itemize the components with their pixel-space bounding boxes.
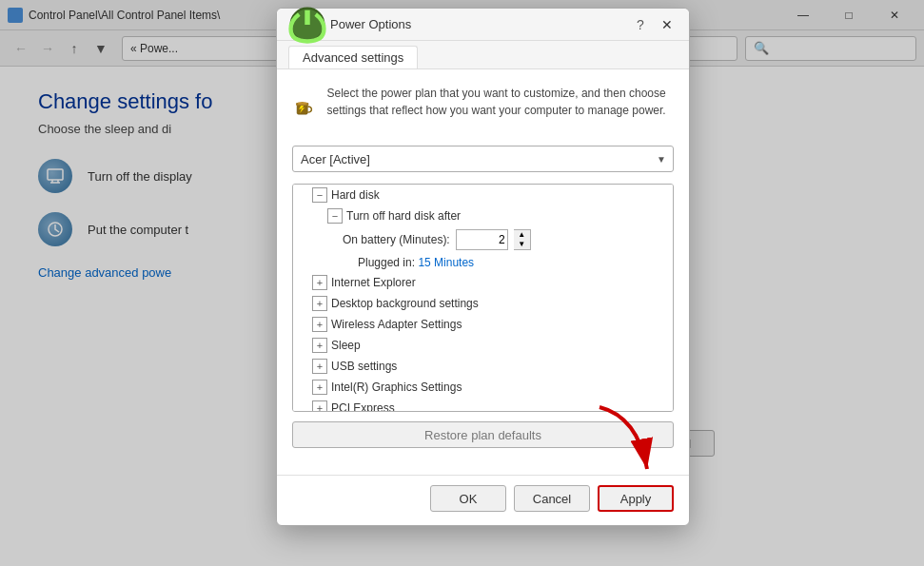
- dialog-close-button[interactable]: ✕: [653, 12, 681, 37]
- power-options-dialog: Power Options ? ✕ Advanced settings Sele…: [276, 8, 690, 526]
- toggle-turn-off-hdd[interactable]: −: [327, 208, 343, 224]
- spin-up-button[interactable]: ▲: [514, 230, 530, 240]
- spinner-buttons: ▲ ▼: [514, 229, 531, 250]
- restore-defaults-button[interactable]: Restore plan defaults: [292, 421, 674, 448]
- plan-selector[interactable]: Acer [Active]: [292, 146, 674, 172]
- toggle-desktop-bg[interactable]: +: [312, 296, 327, 311]
- toggle-pci[interactable]: +: [312, 400, 327, 412]
- plugged-label: Plugged in:: [358, 256, 418, 269]
- tree-item-battery: On battery (Minutes): ▲ ▼: [293, 226, 673, 253]
- tree-item-usb[interactable]: + USB settings: [293, 356, 673, 377]
- dialog-help-button[interactable]: ?: [628, 12, 653, 37]
- tab-advanced-settings[interactable]: Advanced settings: [288, 46, 418, 68]
- ok-button[interactable]: OK: [430, 485, 506, 512]
- plan-selector-wrap[interactable]: Acer [Active] ▼: [292, 146, 674, 172]
- spin-down-button[interactable]: ▼: [514, 240, 530, 249]
- tree-item-wireless[interactable]: + Wireless Adapter Settings: [293, 314, 673, 335]
- tree-item-hard-disk[interactable]: − Hard disk: [293, 185, 673, 205]
- tree-label-intel-graphics: Intel(R) Graphics Settings: [331, 381, 462, 394]
- battery-spinner-label: On battery (Minutes):: [343, 233, 450, 246]
- tree-label-sleep: Sleep: [331, 339, 361, 352]
- apply-button[interactable]: Apply: [598, 485, 674, 512]
- dialog-tabs: Advanced settings: [277, 41, 689, 69]
- tree-item-intel-graphics[interactable]: + Intel(R) Graphics Settings: [293, 377, 673, 398]
- toggle-intel-graphics[interactable]: +: [312, 380, 327, 395]
- description-area: Select the power plan that you want to c…: [292, 85, 674, 132]
- toggle-hard-disk[interactable]: −: [312, 187, 327, 203]
- toggle-ie[interactable]: +: [312, 275, 327, 290]
- tree-item-pci[interactable]: + PCI Express: [293, 398, 673, 412]
- svg-point-8: [298, 102, 307, 105]
- battery-spinner-input[interactable]: [456, 229, 508, 250]
- tree-label-ie: Internet Explorer: [331, 276, 416, 289]
- power-cup-icon: [292, 85, 315, 130]
- spinner-wrap: ▲ ▼: [456, 229, 531, 250]
- cancel-button[interactable]: Cancel: [514, 485, 590, 512]
- tree-item-turn-off-hdd[interactable]: − Turn off hard disk after: [293, 205, 673, 226]
- dialog-description: Select the power plan that you want to c…: [326, 85, 674, 119]
- tree-item-ie[interactable]: + Internet Explorer: [293, 272, 673, 293]
- plugged-value-link[interactable]: 15 Minutes: [418, 256, 474, 269]
- tree-label-desktop-bg: Desktop background settings: [331, 297, 479, 310]
- tree-item-desktop-bg[interactable]: + Desktop background settings: [293, 293, 673, 314]
- tree-container[interactable]: − Hard disk − Turn off hard disk after O…: [292, 184, 674, 412]
- toggle-wireless[interactable]: +: [312, 317, 327, 332]
- dialog-power-icon: [285, 2, 330, 48]
- dialog-title: Power Options: [330, 17, 628, 31]
- tree-item-plugged: Plugged in: 15 Minutes: [293, 253, 673, 272]
- dialog-footer: OK Cancel Apply: [277, 475, 689, 525]
- tree-label-turn-off-hdd: Turn off hard disk after: [346, 209, 461, 223]
- tree-item-sleep[interactable]: + Sleep: [293, 335, 673, 356]
- tree-label-usb: USB settings: [331, 360, 397, 373]
- toggle-sleep[interactable]: +: [312, 338, 327, 353]
- tree-label-hard-disk: Hard disk: [331, 188, 380, 202]
- toggle-usb[interactable]: +: [312, 359, 327, 374]
- tree-label-pci: PCI Express: [331, 401, 395, 412]
- tree-label-wireless: Wireless Adapter Settings: [331, 318, 462, 331]
- dialog-body: Select the power plan that you want to c…: [277, 69, 689, 475]
- dialog-titlebar: Power Options ? ✕: [277, 9, 689, 41]
